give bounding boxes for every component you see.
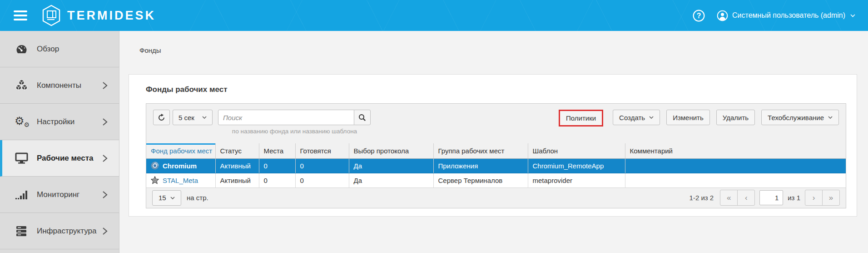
cell-seats: 0 bbox=[259, 173, 295, 187]
infrastructure-icon bbox=[14, 225, 29, 237]
column-header-7[interactable]: Комментарий bbox=[625, 143, 846, 158]
delete-button[interactable]: Удалить bbox=[716, 110, 755, 125]
angle-right-icon: › bbox=[813, 193, 815, 202]
table-footer: 15 на стр. 1-2 из 2 «‹ из 1 ›» bbox=[146, 188, 846, 208]
cell-seats: 0 bbox=[259, 158, 295, 173]
button-label: Создать bbox=[619, 114, 645, 121]
brand-logo: TERMIDESK bbox=[41, 4, 156, 27]
edit-button[interactable]: Изменить bbox=[666, 110, 710, 125]
chevron-right-icon bbox=[102, 191, 108, 199]
table-row-STAL_Meta[interactable]: STAL_MetaАктивный00ДаСервер Терминаловme… bbox=[146, 173, 846, 187]
user-menu[interactable]: Системный пользователь (admin) bbox=[717, 10, 855, 21]
create-button[interactable]: Создать bbox=[613, 110, 660, 125]
chevron-right-icon bbox=[102, 227, 108, 235]
help-button[interactable]: ? bbox=[692, 9, 705, 22]
first-page-button[interactable]: « bbox=[720, 190, 738, 206]
gears-icon: ⚙⚙ bbox=[14, 115, 29, 129]
toolbar: 5 сек bbox=[146, 104, 846, 135]
chromium-icon bbox=[151, 162, 159, 170]
refresh-interval-select[interactable]: 5 сек bbox=[173, 110, 213, 125]
search-button[interactable] bbox=[354, 110, 371, 125]
sidebar-item-infrastructure[interactable]: Инфраструктура bbox=[0, 213, 119, 249]
chevron-right-icon bbox=[102, 154, 108, 162]
page-size-label: на стр. bbox=[187, 194, 208, 202]
page-total-label: из 1 bbox=[788, 194, 800, 202]
cell-protocol_choice: Да bbox=[349, 158, 433, 173]
chevron-down-icon bbox=[850, 14, 855, 17]
cell-template: metaprovider bbox=[528, 173, 625, 187]
sidebar-item-label: Рабочие места bbox=[37, 154, 94, 163]
page-number-input[interactable] bbox=[759, 190, 783, 205]
cell-preparing: 0 bbox=[295, 158, 349, 173]
cell-comment bbox=[625, 158, 846, 173]
page-size-select[interactable]: 15 bbox=[152, 190, 181, 206]
search-input[interactable] bbox=[218, 110, 354, 125]
panel-title: Фонды рабочих мест bbox=[129, 75, 857, 103]
angle-double-right-icon: » bbox=[829, 193, 833, 202]
cell-preparing: 0 bbox=[295, 173, 349, 187]
last-page-button[interactable]: » bbox=[822, 190, 840, 206]
cell-comment bbox=[625, 173, 846, 187]
button-label: Изменить bbox=[673, 114, 704, 121]
column-header-3[interactable]: Готовятся bbox=[295, 143, 349, 158]
sidebar-item-settings[interactable]: ⚙⚙Настройки bbox=[0, 104, 119, 140]
help-icon: ? bbox=[693, 10, 705, 22]
policies-button[interactable]: Политики bbox=[559, 110, 603, 126]
sidebar-item-workplaces[interactable]: Рабочие места bbox=[0, 140, 119, 177]
main-content: Фонды Фонды рабочих мест 5 сек bbox=[119, 31, 868, 253]
sidebar-item-monitoring[interactable]: Мониторинг bbox=[0, 177, 119, 213]
sidebar-item-overview[interactable]: Обзор bbox=[0, 31, 119, 67]
brand-hexagon-icon bbox=[41, 4, 62, 27]
search-icon bbox=[358, 114, 366, 121]
column-header-0[interactable]: Фонд рабочих мест^ bbox=[146, 143, 215, 158]
column-header-4[interactable]: Выбор протокола bbox=[349, 143, 433, 158]
column-header-2[interactable]: Места bbox=[259, 143, 295, 158]
chevron-right-icon bbox=[102, 81, 108, 90]
pool-name-cell: STAL_Meta bbox=[151, 176, 211, 184]
pagination: 1-2 из 2 «‹ из 1 ›» bbox=[689, 190, 840, 206]
pools-table: Фонд рабочих мест^СтатусМестаГотовятсяВы… bbox=[146, 143, 846, 188]
menu-toggle-icon[interactable] bbox=[14, 8, 28, 23]
column-header-1[interactable]: Статус bbox=[215, 143, 259, 158]
maintenance-button[interactable]: Техобслуживание bbox=[761, 110, 839, 125]
column-header-6[interactable]: Шаблон bbox=[528, 143, 625, 158]
monitoring-icon bbox=[14, 189, 29, 200]
cell-status: Активный bbox=[215, 158, 259, 173]
chevron-down-icon bbox=[828, 116, 833, 119]
pool-name-cell: Chromium bbox=[151, 162, 211, 170]
pools-panel: Фонды рабочих мест 5 сек bbox=[129, 74, 857, 217]
pagination-back-group: «‹ bbox=[720, 190, 755, 206]
monitor-icon bbox=[14, 152, 29, 164]
cell-group: Приложения bbox=[433, 158, 528, 173]
refresh-icon bbox=[158, 114, 165, 121]
sidebar-item-label: Настройки bbox=[37, 117, 74, 126]
refresh-button[interactable] bbox=[153, 110, 170, 125]
sidebar-item-label: Инфраструктура bbox=[37, 227, 96, 236]
action-buttons: ПолитикиСоздатьИзменитьУдалитьТехобслужи… bbox=[559, 110, 839, 126]
pools-box: 5 сек bbox=[146, 103, 846, 208]
brand-wordmark: TERMIDESK bbox=[67, 9, 156, 23]
pagination-forward-group: ›» bbox=[805, 190, 840, 206]
prev-page-button[interactable]: ‹ bbox=[737, 190, 755, 206]
range-label: 1-2 из 2 bbox=[689, 194, 714, 202]
cell-protocol_choice: Да bbox=[349, 173, 433, 187]
top-bar: TERMIDESK ? Системный пользователь (admi… bbox=[0, 0, 868, 31]
sidebar-item-label: Обзор bbox=[37, 45, 59, 54]
cell-template: Chromium_RemoteApp bbox=[528, 158, 625, 173]
svg-text:?: ? bbox=[696, 12, 701, 20]
sidebar-item-label: Мониторинг bbox=[37, 190, 79, 199]
breadcrumb[interactable]: Фонды bbox=[139, 46, 868, 55]
button-label: Политики bbox=[566, 114, 596, 122]
next-page-button[interactable]: › bbox=[805, 190, 823, 206]
sidebar: ОбзорКомпоненты⚙⚙НастройкиРабочие местаМ… bbox=[0, 31, 119, 253]
pool-name-link[interactable]: STAL_Meta bbox=[163, 177, 198, 184]
sidebar-item-components[interactable]: Компоненты bbox=[0, 67, 119, 104]
angle-left-icon: ‹ bbox=[745, 193, 748, 202]
column-header-5[interactable]: Группа рабочих мест bbox=[433, 143, 528, 158]
table-row-Chromium[interactable]: ChromiumАктивный00ДаПриложенияChromium_R… bbox=[146, 158, 846, 173]
termidesk-app: TERMIDESK ? Системный пользователь (admi… bbox=[0, 0, 868, 253]
page-size-value: 15 bbox=[159, 194, 166, 202]
dashboard-icon bbox=[14, 43, 29, 55]
button-label: Удалить bbox=[723, 114, 749, 121]
pool-name-link[interactable]: Chromium bbox=[163, 162, 197, 170]
